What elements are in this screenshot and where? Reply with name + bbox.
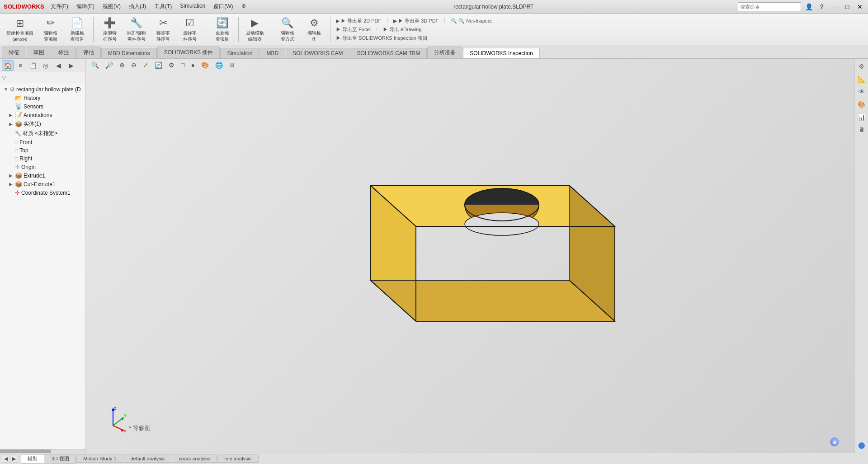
panel-tool-magnet[interactable]: ◎ — [40, 60, 52, 71]
sensors-icon: 📡 — [15, 103, 22, 110]
tree-item-origin[interactable]: ✛ Origin — [0, 163, 85, 171]
panel-tool-props[interactable]: 📋 — [27, 60, 39, 71]
tab-sw-plugins[interactable]: SOLIDWORKS 插件 — [157, 47, 220, 58]
net-inspect-button[interactable]: 🔍 🔍 Net-Inspect — [449, 17, 493, 25]
material-label: 材质 <未指定> — [23, 130, 57, 137]
menu-simulation[interactable]: Simulation — [176, 2, 209, 11]
tree-item-annotations[interactable]: ▶ 📝 Annotations — [0, 111, 85, 119]
zoom-in-icon[interactable]: ⊕ — [118, 61, 127, 70]
toolbar-edit-check-method[interactable]: 🔍 编辑检查方式 — [275, 15, 300, 44]
tree-item-material[interactable]: 🔧 材质 <未指定> — [0, 129, 85, 138]
tab-pinggu[interactable]: 评估 — [76, 47, 101, 58]
feature-tree: ▼ ⚙ rectangular hollow plate (D 📂 Histor… — [0, 83, 85, 449]
bottom-tab-3dview[interactable]: 3D 视图 — [45, 454, 76, 464]
toolbar-new-report[interactable]: 📄 新建检查报告 — [65, 15, 90, 44]
tab-sw-cam-tbm[interactable]: SOLIDWORKS CAM TBM — [350, 48, 427, 58]
minimize-button[interactable]: ─ — [830, 2, 839, 11]
toolbar-select-part[interactable]: ☑ 选择零件序号 — [177, 15, 202, 44]
appearance-icon[interactable]: 🎨 — [199, 61, 211, 70]
bottom-tab-fine-analysis[interactable]: fine analysis — [217, 455, 259, 463]
rotate-icon[interactable]: 🔄 — [153, 61, 164, 70]
menu-tools[interactable]: 工具(T) — [151, 2, 175, 11]
bottom-nav-next[interactable]: ▶ — [10, 455, 18, 463]
bottom-tab-motion-study[interactable]: Motion Study 1 — [76, 455, 123, 463]
right-tool-6[interactable]: 🖥 — [856, 124, 868, 136]
view-setting-icon[interactable]: 🖥 — [227, 61, 237, 70]
tab-mbd-dimensions[interactable]: MBD Dimensions — [101, 48, 157, 58]
toolbar-update[interactable]: 🔄 更新检查项目 — [210, 15, 235, 44]
bottom-tab-model[interactable]: 模型 — [21, 454, 44, 464]
tab-sw-cam[interactable]: SOLIDWORKS CAM — [286, 48, 349, 58]
menu-window[interactable]: 窗口(W) — [210, 2, 236, 11]
right-tool-2[interactable]: 📐 — [856, 73, 868, 85]
expand-arrow-solid[interactable]: ▶ — [9, 122, 14, 127]
3d-viewport[interactable]: 🔍 🔎 ⊕ ⊖ ⤢ 🔄 ⚙ □ ● 🎨 🌐 🖥 — [86, 59, 854, 453]
tab-analysis-prep[interactable]: 分析准备 — [427, 47, 462, 58]
right-tool-4[interactable]: 🎨 — [856, 98, 868, 110]
right-tool-1[interactable]: ⚙ — [856, 61, 868, 72]
tree-item-right[interactable]: □ Right — [0, 155, 85, 163]
pan-icon[interactable]: ⤢ — [141, 61, 150, 70]
right-tool-3[interactable]: 👁 — [856, 86, 868, 98]
toolbar-add-feature[interactable]: ➕ 添加特征序号 — [97, 15, 122, 44]
menu-edit[interactable]: 编辑(E) — [73, 2, 98, 11]
zoom-to-fit-icon[interactable]: 🔍 — [90, 61, 101, 70]
tab-tezheng[interactable]: 特征 — [2, 47, 26, 58]
menu-extras[interactable]: ⊕ — [238, 2, 250, 11]
tree-item-coordinate[interactable]: ✛ Coordinate System1 — [0, 188, 85, 197]
restore-button[interactable]: □ — [843, 2, 852, 11]
tree-item-top[interactable]: □ Top — [0, 146, 85, 155]
export-3dpdf-button[interactable]: ▶ ▶ 导出至 3D PDF — [392, 17, 440, 25]
tab-biaozhu[interactable]: 标注 — [52, 47, 76, 58]
bottom-tab-default-analysis[interactable]: default analysis — [124, 455, 172, 463]
tree-item-front[interactable]: □ Front — [0, 138, 85, 146]
toolbar-launch-template[interactable]: ▶ 启动模板编辑器 — [242, 15, 267, 44]
toolbar-remove-part[interactable]: ✂ 移除零件序号 — [151, 15, 175, 44]
tab-sw-inspection[interactable]: SOLIDWORKS Inspection — [463, 48, 539, 58]
export-edrawing-button[interactable]: ▶ 导出 eDrawing — [381, 26, 424, 33]
help-icon[interactable]: ? — [817, 2, 826, 11]
expand-arrow-root[interactable]: ▼ — [4, 87, 8, 92]
menu-insert[interactable]: 插入(J) — [125, 2, 150, 11]
display-style-icon[interactable]: □ — [179, 61, 186, 70]
expand-arrow-extrude1[interactable]: ▶ — [9, 173, 14, 178]
menu-file[interactable]: 文件(F) — [47, 2, 72, 11]
tree-item-solid[interactable]: ▶ 📦 实体(1) — [0, 119, 85, 129]
toolbar-edit-check[interactable]: ✏ 编辑检查项目 — [38, 15, 63, 44]
toolbar-new-check[interactable]: ⊞ 新建检查项目(amp;N) — [4, 16, 36, 43]
tab-caotu[interactable]: 草图 — [27, 47, 51, 58]
extrude1-label: Extrude1 — [24, 173, 45, 179]
tree-item-history[interactable]: 📂 History — [0, 94, 85, 102]
bottom-nav-prev[interactable]: ◀ — [2, 455, 10, 463]
export-2dpdf-button[interactable]: ▶ ▶ 导出至 2D PDF — [334, 17, 383, 25]
panel-tool-expand[interactable]: ▶ — [65, 60, 77, 71]
user-icon[interactable]: 👤 — [805, 2, 814, 11]
export-swi-button[interactable]: ▶ 导出至 SOLIDWORKS Inspection 项目 — [334, 34, 429, 42]
hide-show-icon[interactable]: ● — [189, 61, 196, 70]
scenes-icon[interactable]: 🌐 — [213, 61, 225, 70]
export-excel-button[interactable]: ▶ 导出至 Excel — [334, 26, 373, 33]
expand-arrow-annotations[interactable]: ▶ — [9, 112, 14, 117]
toolbar-edit-op[interactable]: ⚙ 编辑检作 — [302, 15, 326, 44]
tree-item-root[interactable]: ▼ ⚙ rectangular hollow plate (D — [0, 85, 85, 94]
toolbar-add-edit-part[interactable]: 🔧 添加/编辑零件序号 — [124, 15, 149, 44]
expand-arrow-cut-extrude1[interactable]: ▶ — [9, 182, 14, 187]
panel-tool-list[interactable]: ≡ — [14, 60, 26, 71]
panel-tool-home[interactable]: 🏠 — [2, 60, 14, 71]
menu-view[interactable]: 视图(V) — [99, 2, 124, 11]
tab-mbd[interactable]: MBD — [259, 48, 285, 58]
right-tool-5[interactable]: 📊 — [856, 111, 868, 123]
new-report-label: 新建检查报告 — [71, 30, 84, 42]
new-report-icon: 📄 — [71, 17, 83, 29]
zoom-region-icon[interactable]: 🔎 — [104, 61, 115, 70]
tab-simulation[interactable]: Simulation — [220, 48, 259, 58]
tree-item-sensors[interactable]: 📡 Sensors — [0, 102, 85, 111]
zoom-out-icon[interactable]: ⊖ — [129, 61, 138, 70]
search-input[interactable] — [738, 2, 801, 11]
close-button[interactable]: ✕ — [855, 2, 864, 11]
view-orientation-icon[interactable]: ⚙ — [167, 61, 176, 70]
bottom-tab-coars-analysis[interactable]: coars analysis — [172, 455, 217, 463]
panel-tool-collapse[interactable]: ◀ — [52, 60, 64, 71]
tree-item-extrude1[interactable]: ▶ 📦 Extrude1 — [0, 171, 85, 180]
tree-item-cut-extrude1[interactable]: ▶ 📦 Cut-Extrude1 — [0, 180, 85, 188]
